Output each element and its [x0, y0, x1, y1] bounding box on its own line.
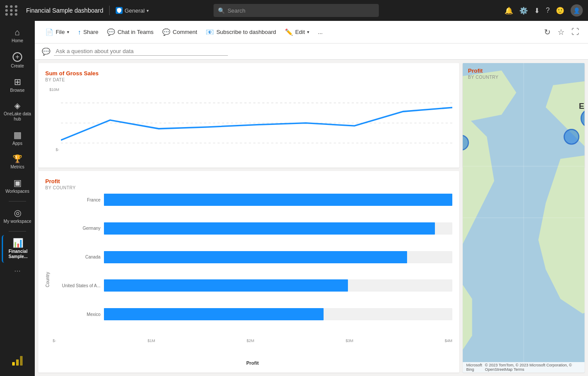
workspace-badge[interactable]: General ▾: [116, 7, 148, 14]
bar-track-canada: [104, 251, 452, 263]
svg-rect-2: [20, 356, 23, 366]
help-icon[interactable]: ?: [546, 7, 550, 14]
dashboard-grid: Sum of Gross Sales BY DATE $10M $-: [35, 60, 588, 376]
map-chart-subtitle: BY COUNTRY: [468, 75, 498, 80]
sidebar-item-browse[interactable]: ⊞ Browse: [2, 74, 33, 97]
map-title-area: Profit BY COUNTRY: [468, 67, 498, 80]
app-launcher-button[interactable]: [5, 5, 18, 16]
file-icon: 📄: [45, 28, 53, 36]
sidebar-item-financial[interactable]: 📊 Financial Sample...: [2, 235, 33, 263]
bar-track-mexico: [104, 308, 452, 320]
fullscreen-icon[interactable]: ⛶: [570, 26, 581, 38]
map-footer-right: © 2023 TomTom, © 2023 Microsoft Corporat…: [485, 363, 581, 372]
bar-row-usa: United States of A...: [53, 279, 452, 292]
sidebar-label-onelake: OneLake data hub: [3, 111, 31, 122]
sidebar-item-workspaces[interactable]: ▣ Workspaces: [2, 175, 33, 198]
search-bar[interactable]: 🔍 Search: [214, 4, 379, 17]
more-button[interactable]: ...: [314, 26, 326, 38]
sidebar-label-browse: Browse: [10, 88, 24, 93]
bar-track-germany: [104, 222, 452, 235]
qa-input[interactable]: [54, 47, 228, 56]
sidebar-more-icon[interactable]: ···: [14, 266, 20, 275]
x-profit-3: $3M: [346, 339, 354, 343]
app-layout: ⌂ Home + Create ⊞ Browse ◈ OneLake data …: [0, 21, 588, 376]
country-axis-label: Country: [45, 272, 50, 287]
profit-x-axis: $- $1M $2M $3M $4M: [53, 339, 452, 343]
sidebar-label-apps: Apps: [13, 141, 23, 146]
sidebar-item-home[interactable]: ⌂ Home: [2, 24, 33, 47]
toolbar: 📄 File ▾ ↑ Share 💬 Chat in Teams 💬 Comme…: [35, 21, 588, 44]
create-icon: +: [13, 52, 22, 62]
profit-x-title: Profit: [53, 360, 452, 366]
file-button[interactable]: 📄 File ▾: [42, 26, 73, 39]
subscribe-button[interactable]: 📧 Subscribe to dashboard: [202, 26, 279, 39]
apps-icon: ▦: [13, 131, 22, 139]
toolbar-right: ↻ ☆ ⛶: [542, 26, 581, 39]
notification-icon[interactable]: 🔔: [504, 7, 513, 15]
workspace-chevron[interactable]: ▾: [147, 8, 149, 13]
sidebar-label-metrics: Metrics: [10, 164, 24, 170]
sidebar-item-myworkspace[interactable]: ◎ My workspace: [2, 205, 33, 228]
edit-icon: ✏️: [285, 28, 293, 36]
refresh-icon[interactable]: ↻: [542, 26, 552, 39]
x-profit-1: $1M: [147, 339, 155, 343]
bar-label-france: France: [53, 198, 100, 202]
sidebar-label-home: Home: [12, 38, 23, 44]
bar-label-germany: Germany: [53, 226, 100, 231]
settings-icon[interactable]: ⚙️: [519, 7, 528, 15]
home-icon: ⌂: [15, 28, 20, 37]
map-footer-left: Microsoft Bing: [466, 363, 485, 372]
topbar-actions: 🔔 ⚙️ ⬇ ? 🙂 👤: [504, 4, 583, 17]
favorite-icon[interactable]: ☆: [556, 26, 566, 39]
workspace-label: General: [124, 7, 144, 14]
powerbi-logo[interactable]: [10, 353, 24, 369]
user-avatar[interactable]: 👤: [571, 4, 583, 17]
financial-icon: 📊: [13, 238, 23, 247]
svg-rect-0: [12, 362, 15, 366]
sidebar-item-apps[interactable]: ▦ Apps: [2, 127, 33, 150]
topbar-divider: [109, 6, 110, 15]
metrics-icon: 🏆: [13, 155, 22, 163]
bar-label-mexico: Mexico: [53, 312, 100, 317]
comment-button[interactable]: 💬 Comment: [159, 26, 200, 39]
bar-fill-usa: [104, 279, 348, 292]
edit-button[interactable]: ✏️ Edit ▾: [281, 26, 313, 39]
topbar: Financial Sample dashboard General ▾ 🔍 S…: [0, 0, 588, 21]
bar-fill-canada: [104, 251, 407, 263]
sidebar-label-myworkspace: My workspace: [3, 219, 31, 224]
gross-sales-chart: [61, 86, 452, 160]
feedback-icon[interactable]: 🙂: [556, 7, 565, 15]
line-chart-svg-area: [61, 86, 452, 160]
bar-label-usa: United States of A...: [53, 283, 100, 288]
edit-chevron: ▾: [307, 30, 309, 34]
profit-bar-card: Profit BY COUNTRY Country France: [38, 171, 459, 373]
search-placeholder: Search: [227, 7, 245, 14]
share-icon: ↑: [78, 28, 81, 36]
qa-icon: 💬: [42, 47, 50, 56]
x-profit-0: $-: [53, 339, 56, 343]
map-svg: NORTH AMERICA EUROPE Atlantic Ocean AFRI…: [463, 63, 585, 373]
onelake-icon: ◈: [14, 102, 20, 110]
map-chart-title: Profit: [468, 67, 498, 74]
file-chevron: ▾: [67, 30, 69, 34]
bar-row-france: France: [53, 194, 452, 206]
search-icon: 🔍: [218, 7, 225, 14]
svg-text:EUROPE: EUROPE: [579, 101, 585, 111]
sidebar-label-financial: Financial Sample...: [5, 249, 31, 259]
shield-icon: [116, 7, 123, 14]
workspaces-icon: ▣: [13, 178, 22, 187]
sidebar-item-metrics[interactable]: 🏆 Metrics: [2, 151, 33, 173]
bar-label-canada: Canada: [53, 255, 100, 259]
browse-icon: ⊞: [14, 77, 21, 86]
share-button[interactable]: ↑ Share: [74, 26, 102, 38]
sidebar-item-create[interactable]: + Create: [2, 49, 33, 72]
y-bottom-label: $-: [56, 148, 59, 152]
bar-track-usa: [104, 279, 452, 292]
bar-fill-france: [104, 194, 452, 206]
bar-row-mexico: Mexico: [53, 308, 452, 320]
sidebar-label-create: Create: [11, 64, 24, 69]
sidebar-item-onelake[interactable]: ◈ OneLake data hub: [2, 98, 33, 125]
download-icon[interactable]: ⬇: [534, 7, 540, 15]
profit-subtitle: BY COUNTRY: [45, 185, 452, 190]
chat-in-teams-button[interactable]: 💬 Chat in Teams: [104, 26, 157, 39]
